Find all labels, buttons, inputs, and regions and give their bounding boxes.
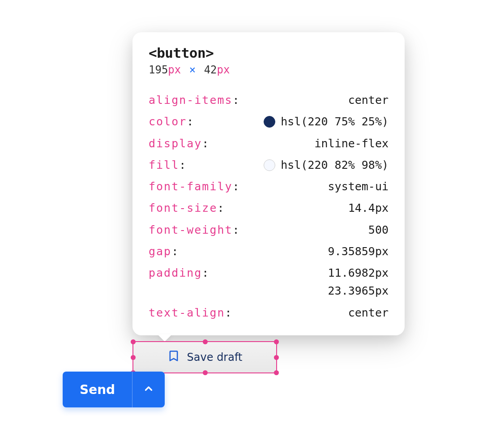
css-prop-font-family: font-family: system-ui xyxy=(149,179,389,195)
css-prop-display: display: inline-flex xyxy=(149,136,389,152)
chevron-up-icon xyxy=(143,383,154,396)
color-swatch-icon xyxy=(264,159,275,171)
dim-width: 195 xyxy=(149,64,168,76)
dim-height: 42 xyxy=(204,64,217,76)
bookmark-icon xyxy=(167,350,180,365)
css-prop-text-align: text-align: center xyxy=(149,305,389,321)
send-button[interactable]: Send xyxy=(63,372,132,407)
dim-separator: × xyxy=(189,64,196,76)
selection-handle-icon[interactable] xyxy=(131,355,136,360)
css-prop-align-items: align-items: center xyxy=(149,92,389,108)
selection-handle-icon[interactable] xyxy=(203,370,208,375)
css-prop-padding: padding: 11.6982px 23.3965px xyxy=(149,265,389,300)
css-prop-color: color: hsl(220 75% 25%) xyxy=(149,114,389,130)
inspector-tooltip: <button> 195px × 42px align-items: cente… xyxy=(132,32,405,335)
send-label: Send xyxy=(80,382,115,397)
save-draft-button[interactable]: Save draft xyxy=(132,341,277,373)
css-property-list: align-items: center color: hsl(220 75% 2… xyxy=(149,92,389,321)
css-prop-gap: gap: 9.35859px xyxy=(149,244,389,260)
css-prop-font-weight: font-weight: 500 xyxy=(149,222,389,238)
inspected-element-tag: <button> xyxy=(149,45,389,61)
send-dropdown-toggle[interactable] xyxy=(132,372,165,407)
dim-height-unit: px xyxy=(217,64,230,76)
send-button-group: Send xyxy=(63,372,165,407)
css-prop-font-size: font-size: 14.4px xyxy=(149,200,389,216)
selection-handle-icon[interactable] xyxy=(274,370,279,375)
inspected-dimensions: 195px × 42px xyxy=(149,64,389,76)
selection-handle-icon[interactable] xyxy=(203,339,208,344)
selection-handle-icon[interactable] xyxy=(131,339,136,344)
selection-handle-icon[interactable] xyxy=(274,355,279,360)
css-prop-fill: fill: hsl(220 82% 98%) xyxy=(149,157,389,173)
save-draft-label: Save draft xyxy=(187,351,243,364)
dim-width-unit: px xyxy=(168,64,181,76)
color-swatch-icon xyxy=(264,116,275,128)
selection-handle-icon[interactable] xyxy=(274,339,279,344)
tooltip-arrow-icon xyxy=(158,334,172,342)
